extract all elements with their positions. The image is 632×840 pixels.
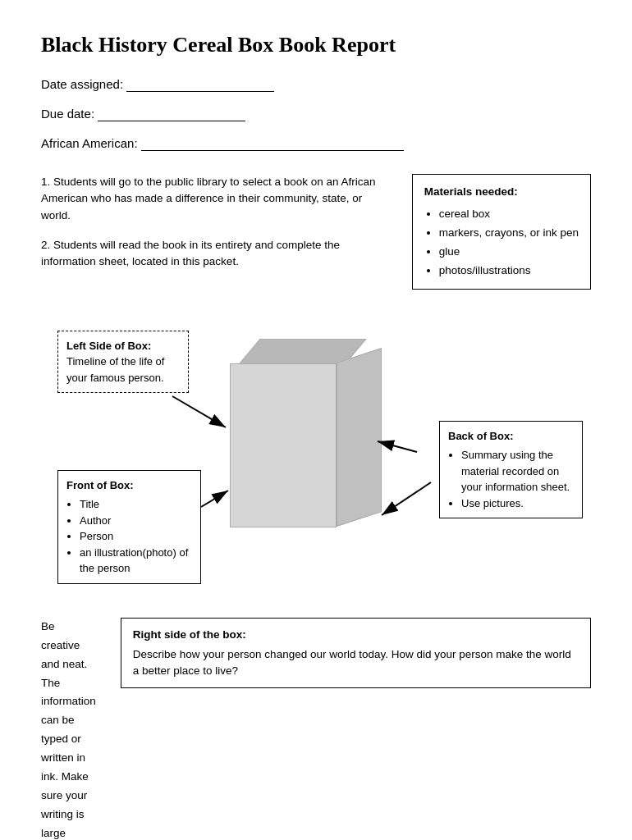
diagram-area: Left Side of Box: Timeline of the life o… (41, 306, 591, 601)
date-assigned-underline (126, 77, 274, 92)
date-assigned-line: Date assigned: (41, 77, 591, 92)
left-side-title: Left Side of Box: (66, 338, 180, 354)
due-date-line: Due date: (41, 107, 591, 121)
front-box-title: Front of Box: (66, 477, 192, 494)
bottom-text: Be creative and neat. The information ca… (41, 618, 96, 840)
front-box-list: Title Author Person an illustration(phot… (66, 496, 192, 577)
svg-line-3 (378, 441, 417, 452)
step1-text: 1. Students will go to the public librar… (41, 174, 387, 224)
box-side-face (337, 348, 382, 527)
back-box-list: Summary using the material recorded on y… (448, 447, 574, 511)
front-box-annotation: Front of Box: Title Author Person an ill… (57, 470, 201, 584)
bottom-section: Be creative and neat. The information ca… (41, 618, 591, 840)
materials-box: Materials needed: cereal box markers, cr… (412, 174, 591, 290)
back-item-2: Use pictures. (461, 495, 574, 512)
bottom-line1: Be creative and neat. (41, 618, 96, 674)
right-side-title: Right side of the box: (133, 627, 579, 643)
left-side-description: Timeline of the life of your famous pers… (66, 354, 180, 386)
svg-line-1 (172, 396, 226, 427)
african-american-line: African American: (41, 136, 591, 151)
african-american-label: African American: (41, 136, 138, 150)
back-box-title: Back of Box: (448, 428, 574, 445)
right-side-annotation: Right side of the box: Describe how your… (121, 618, 591, 689)
materials-title: Materials needed: (424, 183, 579, 202)
african-american-underline (141, 136, 404, 151)
right-side-description: Describe how your person changed our wor… (133, 646, 579, 680)
page-title: Black History Cereal Box Book Report (41, 33, 591, 57)
box-front-face (230, 363, 337, 527)
svg-line-4 (382, 482, 431, 515)
instructions-text: 1. Students will go to the public librar… (41, 174, 387, 290)
materials-item-3: glue (439, 243, 579, 262)
front-item-1: Title (80, 496, 192, 513)
date-assigned-label: Date assigned: (41, 77, 123, 91)
svg-line-2 (201, 491, 228, 507)
materials-item-2: markers, crayons, or ink pen (439, 224, 579, 243)
materials-item-1: cereal box (439, 205, 579, 224)
materials-item-4: photos/illustrations (439, 262, 579, 281)
front-item-2: Author (80, 513, 192, 529)
back-item-1: Summary using the material recorded on y… (461, 447, 574, 495)
materials-list: cereal box markers, crayons, or ink pen … (424, 205, 579, 281)
due-date-underline (98, 107, 245, 121)
left-side-annotation: Left Side of Box: Timeline of the life o… (57, 331, 189, 394)
front-item-4: an illustration(photo) of the person (80, 545, 192, 577)
instructions-section: 1. Students will go to the public librar… (41, 174, 591, 290)
due-date-label: Due date: (41, 107, 94, 121)
bottom-line2: The information can be typed or written … (41, 674, 96, 841)
step2-text: 2. Students will read the book in its en… (41, 237, 387, 271)
front-item-3: Person (80, 528, 192, 545)
back-box-annotation: Back of Box: Summary using the material … (439, 421, 583, 519)
